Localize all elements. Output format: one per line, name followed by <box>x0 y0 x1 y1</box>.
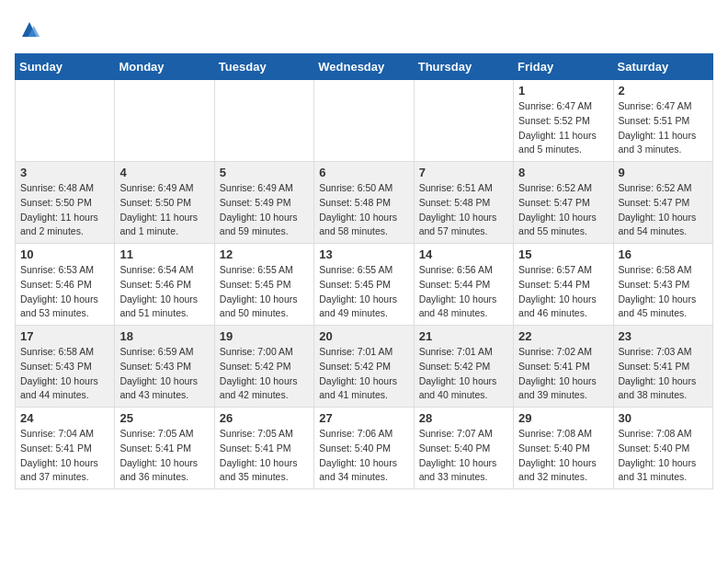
calendar-cell: 15Sunrise: 6:57 AM Sunset: 5:44 PM Dayli… <box>514 244 613 326</box>
calendar-cell <box>414 80 513 162</box>
calendar-cell: 28Sunrise: 7:07 AM Sunset: 5:40 PM Dayli… <box>414 408 513 489</box>
day-info: Sunrise: 6:49 AM Sunset: 5:50 PM Dayligh… <box>119 181 209 239</box>
day-number: 25 <box>119 411 209 425</box>
day-info: Sunrise: 7:07 AM Sunset: 5:40 PM Dayligh… <box>419 427 508 485</box>
calendar-cell: 20Sunrise: 7:01 AM Sunset: 5:42 PM Dayli… <box>314 326 414 408</box>
day-info: Sunrise: 7:05 AM Sunset: 5:41 PM Dayligh… <box>119 427 209 485</box>
day-info: Sunrise: 6:48 AM Sunset: 5:50 PM Dayligh… <box>20 181 109 239</box>
day-info: Sunrise: 6:58 AM Sunset: 5:43 PM Dayligh… <box>20 345 109 403</box>
day-number: 21 <box>419 329 508 343</box>
day-info: Sunrise: 6:50 AM Sunset: 5:48 PM Dayligh… <box>319 181 408 239</box>
day-number: 8 <box>518 166 608 179</box>
day-number: 16 <box>619 247 708 261</box>
calendar-cell: 11Sunrise: 6:54 AM Sunset: 5:46 PM Dayli… <box>115 244 214 326</box>
col-header-monday: Monday <box>115 54 214 80</box>
calendar-cell: 5Sunrise: 6:49 AM Sunset: 5:49 PM Daylig… <box>214 162 313 244</box>
day-info: Sunrise: 7:00 AM Sunset: 5:42 PM Dayligh… <box>220 345 309 403</box>
calendar-cell <box>115 80 214 162</box>
calendar-cell: 22Sunrise: 7:02 AM Sunset: 5:41 PM Dayli… <box>514 326 613 408</box>
col-header-saturday: Saturday <box>613 54 712 80</box>
calendar-cell: 13Sunrise: 6:55 AM Sunset: 5:45 PM Dayli… <box>314 244 414 326</box>
day-info: Sunrise: 6:59 AM Sunset: 5:43 PM Dayligh… <box>119 345 209 403</box>
day-number: 2 <box>619 84 708 98</box>
calendar-cell: 30Sunrise: 7:08 AM Sunset: 5:40 PM Dayli… <box>613 408 712 489</box>
day-info: Sunrise: 7:06 AM Sunset: 5:40 PM Dayligh… <box>319 427 408 485</box>
calendar-cell: 12Sunrise: 6:55 AM Sunset: 5:45 PM Dayli… <box>214 244 313 326</box>
day-number: 23 <box>619 329 708 343</box>
logo <box>15 15 50 44</box>
calendar-cell: 7Sunrise: 6:51 AM Sunset: 5:48 PM Daylig… <box>414 162 513 244</box>
day-info: Sunrise: 6:47 AM Sunset: 5:52 PM Dayligh… <box>518 99 608 157</box>
day-number: 6 <box>319 166 408 179</box>
day-number: 22 <box>518 329 608 343</box>
col-header-tuesday: Tuesday <box>214 54 313 80</box>
calendar-cell: 16Sunrise: 6:58 AM Sunset: 5:43 PM Dayli… <box>613 244 712 326</box>
week-row-5: 24Sunrise: 7:04 AM Sunset: 5:41 PM Dayli… <box>16 408 713 489</box>
calendar-cell: 4Sunrise: 6:49 AM Sunset: 5:50 PM Daylig… <box>115 162 214 244</box>
day-number: 24 <box>20 411 109 425</box>
day-info: Sunrise: 7:04 AM Sunset: 5:41 PM Dayligh… <box>20 427 109 485</box>
day-number: 3 <box>20 166 109 179</box>
day-number: 30 <box>619 411 708 425</box>
day-info: Sunrise: 6:58 AM Sunset: 5:43 PM Dayligh… <box>619 263 708 321</box>
day-number: 4 <box>119 166 209 179</box>
week-row-2: 3Sunrise: 6:48 AM Sunset: 5:50 PM Daylig… <box>16 162 713 244</box>
day-number: 10 <box>20 247 109 261</box>
day-info: Sunrise: 6:56 AM Sunset: 5:44 PM Dayligh… <box>419 263 508 321</box>
day-info: Sunrise: 6:49 AM Sunset: 5:49 PM Dayligh… <box>220 181 309 239</box>
calendar-cell: 25Sunrise: 7:05 AM Sunset: 5:41 PM Dayli… <box>115 408 214 489</box>
day-info: Sunrise: 7:08 AM Sunset: 5:40 PM Dayligh… <box>619 427 708 485</box>
calendar-cell: 6Sunrise: 6:50 AM Sunset: 5:48 PM Daylig… <box>314 162 414 244</box>
calendar-cell: 8Sunrise: 6:52 AM Sunset: 5:47 PM Daylig… <box>514 162 613 244</box>
day-number: 13 <box>319 247 408 261</box>
calendar-cell: 17Sunrise: 6:58 AM Sunset: 5:43 PM Dayli… <box>16 326 115 408</box>
col-header-wednesday: Wednesday <box>314 54 414 80</box>
page-header <box>15 15 713 44</box>
day-number: 9 <box>619 166 708 179</box>
day-number: 11 <box>119 247 209 261</box>
day-number: 28 <box>419 411 508 425</box>
day-number: 19 <box>220 329 309 343</box>
calendar-cell: 1Sunrise: 6:47 AM Sunset: 5:52 PM Daylig… <box>514 80 613 162</box>
calendar-cell: 9Sunrise: 6:52 AM Sunset: 5:47 PM Daylig… <box>613 162 712 244</box>
day-info: Sunrise: 6:55 AM Sunset: 5:45 PM Dayligh… <box>319 263 408 321</box>
calendar-cell: 3Sunrise: 6:48 AM Sunset: 5:50 PM Daylig… <box>16 162 115 244</box>
day-info: Sunrise: 6:52 AM Sunset: 5:47 PM Dayligh… <box>518 181 608 239</box>
calendar: SundayMondayTuesdayWednesdayThursdayFrid… <box>15 53 713 489</box>
day-info: Sunrise: 7:01 AM Sunset: 5:42 PM Dayligh… <box>419 345 508 403</box>
calendar-cell: 26Sunrise: 7:05 AM Sunset: 5:41 PM Dayli… <box>214 408 313 489</box>
day-number: 27 <box>319 411 408 425</box>
day-info: Sunrise: 6:55 AM Sunset: 5:45 PM Dayligh… <box>220 263 309 321</box>
calendar-cell: 18Sunrise: 6:59 AM Sunset: 5:43 PM Dayli… <box>115 326 214 408</box>
day-info: Sunrise: 7:02 AM Sunset: 5:41 PM Dayligh… <box>518 345 608 403</box>
day-number: 18 <box>119 329 209 343</box>
day-number: 1 <box>518 84 608 98</box>
day-info: Sunrise: 7:05 AM Sunset: 5:41 PM Dayligh… <box>220 427 309 485</box>
col-header-friday: Friday <box>514 54 613 80</box>
calendar-cell: 2Sunrise: 6:47 AM Sunset: 5:51 PM Daylig… <box>613 80 712 162</box>
calendar-cell: 29Sunrise: 7:08 AM Sunset: 5:40 PM Dayli… <box>514 408 613 489</box>
calendar-cell <box>16 80 115 162</box>
calendar-cell: 21Sunrise: 7:01 AM Sunset: 5:42 PM Dayli… <box>414 326 513 408</box>
day-number: 20 <box>319 329 408 343</box>
logo-icon <box>15 15 44 44</box>
day-info: Sunrise: 7:03 AM Sunset: 5:41 PM Dayligh… <box>619 345 708 403</box>
calendar-cell: 10Sunrise: 6:53 AM Sunset: 5:46 PM Dayli… <box>16 244 115 326</box>
calendar-cell: 14Sunrise: 6:56 AM Sunset: 5:44 PM Dayli… <box>414 244 513 326</box>
day-info: Sunrise: 7:08 AM Sunset: 5:40 PM Dayligh… <box>518 427 608 485</box>
week-row-1: 1Sunrise: 6:47 AM Sunset: 5:52 PM Daylig… <box>16 80 713 162</box>
day-number: 12 <box>220 247 309 261</box>
day-number: 29 <box>518 411 608 425</box>
day-info: Sunrise: 6:47 AM Sunset: 5:51 PM Dayligh… <box>619 99 708 157</box>
calendar-cell: 23Sunrise: 7:03 AM Sunset: 5:41 PM Dayli… <box>613 326 712 408</box>
day-number: 5 <box>220 166 309 179</box>
day-number: 14 <box>419 247 508 261</box>
calendar-header-row: SundayMondayTuesdayWednesdayThursdayFrid… <box>16 54 713 80</box>
week-row-3: 10Sunrise: 6:53 AM Sunset: 5:46 PM Dayli… <box>16 244 713 326</box>
day-number: 7 <box>419 166 508 179</box>
day-number: 15 <box>518 247 608 261</box>
day-number: 17 <box>20 329 109 343</box>
col-header-sunday: Sunday <box>16 54 115 80</box>
calendar-cell: 24Sunrise: 7:04 AM Sunset: 5:41 PM Dayli… <box>16 408 115 489</box>
day-info: Sunrise: 6:53 AM Sunset: 5:46 PM Dayligh… <box>20 263 109 321</box>
